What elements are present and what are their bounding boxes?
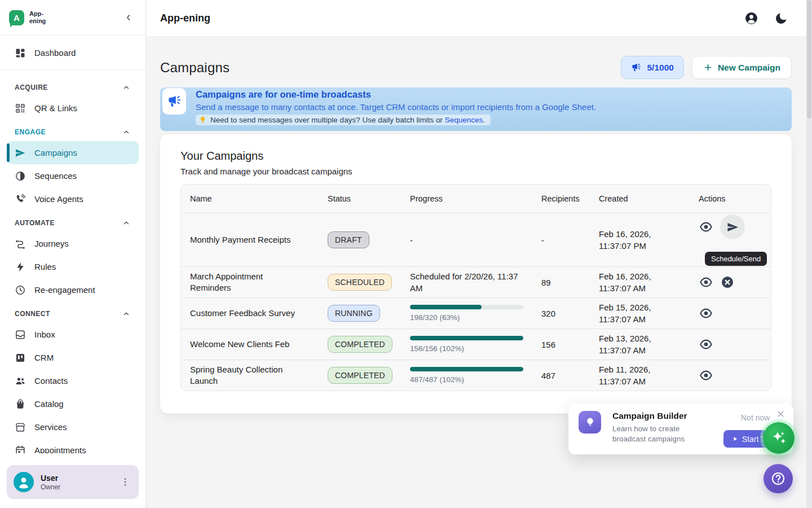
progress-bar bbox=[410, 305, 523, 309]
user-card[interactable]: User Owner bbox=[7, 465, 139, 499]
divider bbox=[0, 69, 145, 70]
crm-icon bbox=[15, 352, 26, 364]
cell-created: Feb 13, 2026,11:37:07 AM bbox=[590, 332, 690, 356]
schedule-send-button[interactable] bbox=[720, 214, 745, 239]
page-title: Campaigns bbox=[160, 60, 230, 76]
sidebar-item-catalog[interactable]: Catalog bbox=[7, 392, 139, 415]
campaign-usage-badge[interactable]: 5/1000 bbox=[621, 56, 683, 79]
cell-recipients: 487 bbox=[532, 371, 590, 380]
sidebar-item-sequences[interactable]: Sequences bbox=[7, 164, 139, 187]
eye-icon bbox=[699, 306, 713, 320]
view-button[interactable] bbox=[699, 337, 713, 352]
dark-mode-toggle[interactable] bbox=[774, 11, 788, 25]
kebab-icon bbox=[120, 476, 133, 488]
section-label: ACQUIRE bbox=[15, 84, 48, 91]
campaigns-card-subtitle: Track and manage your broadcast campaign… bbox=[180, 167, 771, 176]
qr-icon bbox=[15, 103, 26, 114]
view-button[interactable] bbox=[699, 220, 713, 234]
progress-bar bbox=[410, 336, 523, 340]
cell-progress: 198/320 (63%) bbox=[401, 305, 532, 322]
cell-actions bbox=[690, 332, 771, 356]
status-badge: COMPLETED bbox=[328, 336, 392, 353]
cancel-button[interactable] bbox=[720, 275, 735, 290]
sidebar-item-inbox[interactable]: Inbox bbox=[7, 323, 139, 346]
rules-icon bbox=[15, 261, 26, 273]
sidebar-item-label: Contacts bbox=[34, 376, 68, 386]
app-logo-text: App-ening bbox=[29, 10, 46, 24]
cell-status: RUNNING bbox=[319, 305, 401, 322]
sidebar-item-label: CRM bbox=[34, 353, 54, 362]
sidebar-item-label: Journeys bbox=[34, 239, 69, 248]
lightbulb-icon bbox=[198, 116, 207, 124]
info-banner: Campaigns are for one-time broadcasts Se… bbox=[160, 87, 792, 131]
progress-bar bbox=[410, 367, 523, 371]
cell-created: Feb 16, 2026,11:37:07 PM bbox=[590, 228, 690, 252]
column-header-status: Status bbox=[319, 194, 401, 203]
sidebar-item-rules[interactable]: Rules bbox=[7, 255, 139, 278]
view-button[interactable] bbox=[699, 306, 713, 321]
help-fab[interactable] bbox=[764, 464, 793, 493]
sidebar-item-label: Catalog bbox=[34, 399, 64, 409]
sidebar-item-services[interactable]: Services bbox=[7, 415, 139, 439]
eye-icon bbox=[699, 275, 713, 289]
view-button[interactable] bbox=[699, 275, 713, 290]
chevron-left-icon bbox=[123, 12, 134, 23]
banner-tip: Need to send messages over multiple days… bbox=[196, 115, 491, 125]
sidebar-item-crm[interactable]: CRM bbox=[7, 346, 139, 369]
table-row: Monthly Payment ReceiptsDRAFT--Feb 16, 2… bbox=[181, 213, 771, 266]
sidebar-item-voice-agents[interactable]: Voice Agents bbox=[7, 187, 139, 211]
sparkles-icon bbox=[770, 429, 788, 447]
cell-recipients: - bbox=[532, 235, 590, 245]
sidebar-item-contacts[interactable]: Contacts bbox=[7, 369, 139, 392]
inbox-icon bbox=[15, 329, 26, 340]
section-label: ENGAGE bbox=[15, 128, 46, 136]
sequences-link[interactable]: Sequences bbox=[445, 116, 483, 124]
send-icon bbox=[726, 221, 739, 234]
cell-recipients: 89 bbox=[532, 278, 590, 287]
status-badge: COMPLETED bbox=[328, 367, 392, 384]
sidebar: A App-ening DashboardACQUIREQR & LinksEN… bbox=[0, 0, 146, 508]
topbar: App-ening bbox=[147, 0, 812, 36]
window-scrollbar[interactable] bbox=[806, 0, 812, 508]
section-label: AUTOMATE bbox=[15, 219, 55, 227]
sidebar-item-label: Appointments bbox=[34, 445, 86, 453]
contacts-icon bbox=[15, 375, 26, 387]
close-icon[interactable] bbox=[776, 408, 787, 419]
x-circle-icon bbox=[721, 275, 734, 289]
table-row: Spring Beauty Collection LaunchCOMPLETED… bbox=[181, 360, 771, 391]
section-header-automate[interactable]: AUTOMATE bbox=[7, 211, 139, 232]
section-header-engage[interactable]: ENGAGE bbox=[7, 120, 139, 141]
banner-description: Send a message to many contacts at once.… bbox=[196, 102, 596, 112]
campaign-builder-popup: Campaign Builder Learn how to create bro… bbox=[568, 404, 793, 454]
sidebar-item-campaigns[interactable]: Campaigns bbox=[7, 141, 139, 164]
sidebar-item-journeys[interactable]: Journeys bbox=[7, 232, 139, 255]
sidebar-item-qr-links[interactable]: QR & Links bbox=[7, 97, 139, 120]
usage-count: 5/1000 bbox=[647, 63, 673, 73]
not-now-button[interactable]: Not now bbox=[741, 413, 770, 422]
sidebar-item-dashboard[interactable]: Dashboard bbox=[7, 41, 139, 64]
sidebar-item-appointments[interactable]: Appointments bbox=[7, 439, 139, 453]
cell-progress: - bbox=[401, 234, 532, 246]
scrollbar-thumb[interactable] bbox=[807, 0, 811, 119]
appointments-icon bbox=[15, 445, 26, 454]
sidebar-item-re-engagement[interactable]: Re-engagement bbox=[7, 278, 139, 301]
campaign-name: Spring Beauty Collection Launch bbox=[181, 364, 319, 387]
question-icon bbox=[770, 471, 786, 487]
sidebar-nav: DashboardACQUIREQR & LinksENGAGECampaign… bbox=[0, 36, 145, 453]
sidebar-item-label: Voice Agents bbox=[34, 194, 83, 204]
progress-caption: 198/320 (63%) bbox=[410, 313, 523, 322]
cell-status: DRAFT bbox=[319, 231, 401, 248]
section-header-connect[interactable]: CONNECT bbox=[7, 301, 139, 323]
re-engagement-icon bbox=[15, 284, 26, 296]
view-button[interactable] bbox=[699, 368, 713, 383]
ai-assistant-fab[interactable] bbox=[763, 422, 795, 454]
new-campaign-button[interactable]: New Campaign bbox=[692, 56, 792, 79]
chevron-up-icon bbox=[122, 218, 131, 227]
section-header-acquire[interactable]: ACQUIRE bbox=[7, 75, 139, 97]
account-button[interactable] bbox=[744, 11, 758, 25]
cell-actions bbox=[690, 301, 771, 325]
table-row: March Appointment RemindersSCHEDULEDSche… bbox=[181, 266, 771, 297]
user-menu-button[interactable] bbox=[120, 475, 133, 489]
sidebar-collapse-button[interactable] bbox=[121, 10, 136, 25]
play-icon bbox=[732, 436, 738, 442]
